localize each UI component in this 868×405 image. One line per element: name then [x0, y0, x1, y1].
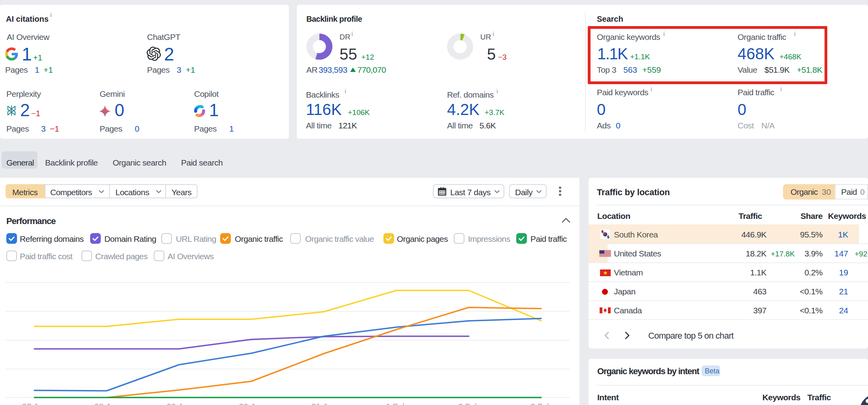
- svg-text:27 Jan: 27 Jan: [22, 402, 47, 405]
- svg-text:1 Feb: 1 Feb: [386, 402, 407, 405]
- svg-text:31 Jan: 31 Jan: [311, 402, 336, 405]
- svg-text:30 Jan: 30 Jan: [239, 402, 264, 405]
- svg-text:28 Jan: 28 Jan: [94, 402, 119, 405]
- svg-text:2 Feb: 2 Feb: [458, 402, 479, 405]
- svg-text:29 Jan: 29 Jan: [166, 402, 191, 405]
- svg-text:3 Feb: 3 Feb: [530, 402, 552, 405]
